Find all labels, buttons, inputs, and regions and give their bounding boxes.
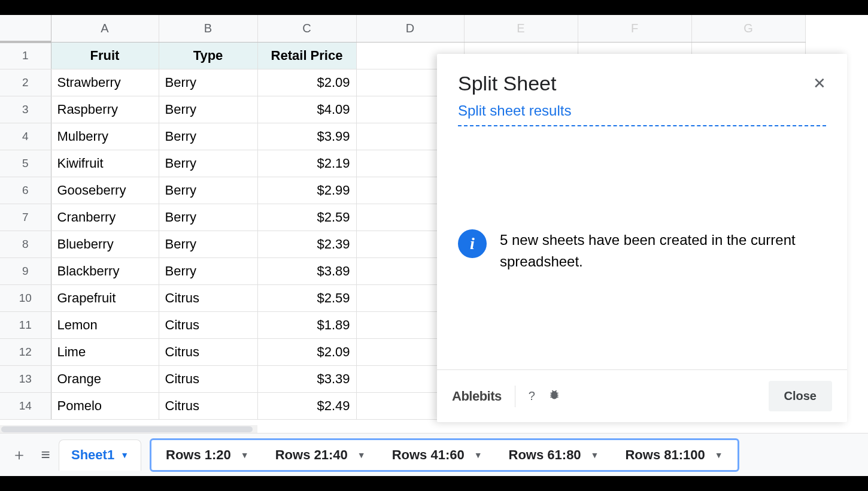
close-icon[interactable]: ✕ xyxy=(813,74,826,93)
cell[interactable]: Citrus xyxy=(159,311,257,338)
brand-label: Ablebits xyxy=(452,389,502,404)
sheet-tab-label: Sheet1 xyxy=(71,447,114,463)
select-all-corner[interactable] xyxy=(0,15,51,42)
row-header[interactable]: 3 xyxy=(0,96,51,123)
cell[interactable]: Berry xyxy=(159,231,257,257)
cell[interactable]: Pomelo xyxy=(51,392,159,419)
horizontal-scrollbar[interactable] xyxy=(0,425,257,434)
column-header[interactable]: B xyxy=(159,15,257,42)
row-header[interactable]: 1 xyxy=(0,42,51,69)
chevron-down-icon[interactable]: ▼ xyxy=(357,450,366,460)
row-header[interactable]: 7 xyxy=(0,204,51,231)
cell[interactable]: Citrus xyxy=(159,392,257,419)
cell[interactable]: Citrus xyxy=(159,338,257,365)
cell[interactable]: $3.99 xyxy=(257,123,356,150)
cell[interactable]: Fruit xyxy=(51,42,159,69)
add-sheet-icon[interactable]: ＋ xyxy=(6,442,32,468)
row-header[interactable]: 2 xyxy=(0,69,51,96)
cell[interactable]: $2.59 xyxy=(257,204,356,231)
cell[interactable]: Berry xyxy=(159,96,257,123)
chevron-down-icon[interactable]: ▼ xyxy=(474,450,482,460)
cell[interactable]: Raspberry xyxy=(51,96,159,123)
help-icon[interactable]: ? xyxy=(529,389,535,403)
result-message: 5 new sheets have been created in the cu… xyxy=(500,229,826,272)
cell[interactable]: $3.39 xyxy=(257,365,356,392)
cell[interactable]: Citrus xyxy=(159,284,257,311)
cell[interactable]: Citrus xyxy=(159,365,257,392)
all-sheets-icon[interactable]: ≡ xyxy=(32,442,59,468)
column-header[interactable]: D xyxy=(356,15,464,42)
chevron-down-icon[interactable]: ▼ xyxy=(591,450,599,460)
cell[interactable]: Type xyxy=(159,42,257,69)
cell[interactable]: Grapefruit xyxy=(51,284,159,311)
new-sheet-tabs-group: Rows 1:20▼Rows 21:40▼Rows 41:60▼Rows 61:… xyxy=(150,438,739,472)
cell[interactable]: Berry xyxy=(159,204,257,231)
cell[interactable]: $2.09 xyxy=(257,69,356,96)
sheet-tab[interactable]: Rows 41:60▼ xyxy=(379,440,496,470)
cell[interactable]: $1.89 xyxy=(257,311,356,338)
cell[interactable]: Berry xyxy=(159,69,257,96)
cell[interactable]: Berry xyxy=(159,123,257,150)
cell[interactable]: $2.99 xyxy=(257,177,356,204)
cell[interactable]: Blueberry xyxy=(51,231,159,257)
sheet-tab[interactable]: Rows 1:20▼ xyxy=(153,440,262,470)
cell[interactable]: Gooseberry xyxy=(51,177,159,204)
cell[interactable]: Berry xyxy=(159,177,257,204)
row-header[interactable]: 8 xyxy=(0,231,51,257)
row-header[interactable]: 14 xyxy=(0,392,51,419)
cell[interactable]: Strawberry xyxy=(51,69,159,96)
panel-title: Split Sheet xyxy=(458,72,556,95)
row-header[interactable]: 9 xyxy=(0,257,51,284)
sheet-tab-label: Rows 41:60 xyxy=(392,447,465,463)
chevron-down-icon[interactable]: ▼ xyxy=(120,450,129,460)
cell[interactable]: Berry xyxy=(159,150,257,177)
cell[interactable]: Blackberry xyxy=(51,257,159,284)
bug-icon[interactable] xyxy=(548,389,560,404)
cell[interactable]: $3.89 xyxy=(257,257,356,284)
column-header[interactable]: F xyxy=(578,15,691,42)
column-header[interactable]: A xyxy=(51,15,159,42)
cell[interactable]: Lime xyxy=(51,338,159,365)
split-sheet-panel: Split Sheet ✕ Split sheet results i 5 ne… xyxy=(437,54,847,422)
sheet-tab-label: Rows 61:80 xyxy=(509,447,581,463)
chevron-down-icon[interactable]: ▼ xyxy=(715,450,723,460)
panel-subtitle: Split sheet results xyxy=(458,102,826,119)
row-header[interactable]: 4 xyxy=(0,123,51,150)
chevron-down-icon[interactable]: ▼ xyxy=(241,450,249,460)
sheet-tab[interactable]: Rows 81:100▼ xyxy=(612,440,736,470)
cell[interactable]: Retail Price xyxy=(257,42,356,69)
info-icon: i xyxy=(458,229,487,258)
row-header[interactable]: 11 xyxy=(0,311,51,338)
column-header[interactable]: G xyxy=(691,15,805,42)
close-button[interactable]: Close xyxy=(769,381,832,411)
cell[interactable]: Lemon xyxy=(51,311,159,338)
cell[interactable]: Berry xyxy=(159,257,257,284)
cell[interactable]: $2.19 xyxy=(257,150,356,177)
cell[interactable]: $2.49 xyxy=(257,392,356,419)
cell[interactable]: Cranberry xyxy=(51,204,159,231)
cell[interactable]: $2.09 xyxy=(257,338,356,365)
row-header[interactable]: 5 xyxy=(0,150,51,177)
cell[interactable]: $4.09 xyxy=(257,96,356,123)
sheet-tab-label: Rows 21:40 xyxy=(275,447,348,463)
row-header[interactable]: 6 xyxy=(0,177,51,204)
sheet-tab-bar: ＋ ≡ Sheet1 ▼ Rows 1:20▼Rows 21:40▼Rows 4… xyxy=(0,433,868,476)
row-header[interactable]: 12 xyxy=(0,338,51,365)
sheet-tab[interactable]: Rows 61:80▼ xyxy=(496,440,612,470)
cell[interactable]: Orange xyxy=(51,365,159,392)
sheet-tab[interactable]: Rows 21:40▼ xyxy=(262,440,379,470)
sheet-tab-label: Rows 81:100 xyxy=(625,447,705,463)
row-header[interactable]: 10 xyxy=(0,284,51,311)
row-header[interactable]: 13 xyxy=(0,365,51,392)
column-header[interactable]: C xyxy=(257,15,356,42)
cell[interactable]: $2.59 xyxy=(257,284,356,311)
cell[interactable]: Kiwifruit xyxy=(51,150,159,177)
cell[interactable]: $2.39 xyxy=(257,231,356,257)
column-header[interactable]: E xyxy=(464,15,578,42)
sheet-tab-label: Rows 1:20 xyxy=(166,447,231,463)
sheet-tab-active[interactable]: Sheet1 ▼ xyxy=(59,440,141,471)
cell[interactable]: Mulberry xyxy=(51,123,159,150)
